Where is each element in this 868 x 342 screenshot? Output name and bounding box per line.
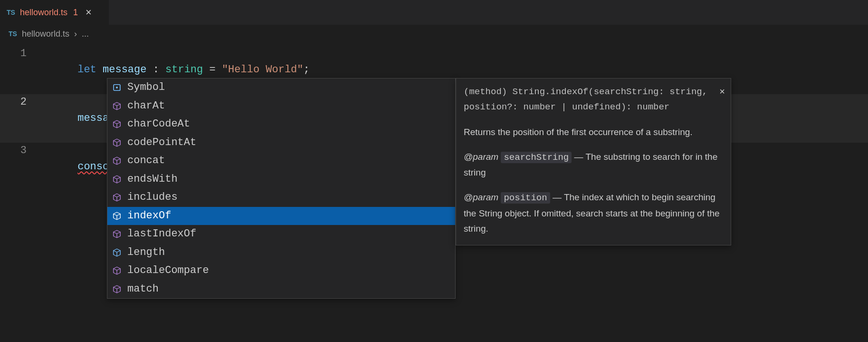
method-icon [112, 211, 122, 221]
param-name: position [501, 192, 550, 204]
suggest-item-endsWith[interactable]: endsWith [107, 170, 455, 189]
typescript-icon: TS [7, 9, 15, 16]
intellisense-detail: × (method) String.indexOf(searchString: … [456, 78, 731, 245]
suggest-item-codePointAt[interactable]: codePointAt [107, 134, 455, 152]
tab-bar: TS helloworld.ts 1 × [0, 0, 868, 25]
keyword-let: let [77, 64, 96, 76]
intellisense-suggest[interactable]: SymbolcharAtcharCodeAtcodePointAtconcate… [107, 78, 456, 299]
editor-tab[interactable]: TS helloworld.ts 1 × [0, 0, 109, 25]
suggest-item-Symbol[interactable]: Symbol [107, 78, 455, 97]
suggest-item-label: concat [127, 153, 165, 169]
breadcrumb-file[interactable]: helloworld.ts [22, 29, 69, 39]
suggest-item-localeCompare[interactable]: localeCompare [107, 262, 455, 280]
param-doc: @param searchString — The substring to s… [464, 149, 723, 181]
method-icon [112, 193, 122, 202]
line-number: 3 [0, 143, 40, 159]
close-icon[interactable]: × [86, 7, 92, 18]
value-icon [112, 83, 122, 92]
suggest-item-length[interactable]: length [107, 244, 455, 262]
punct: ; [304, 64, 310, 76]
identifier: message [103, 64, 146, 76]
method-icon [112, 156, 122, 166]
suggest-item-label: codePointAt [127, 135, 196, 151]
suggest-item-match[interactable]: match [107, 280, 455, 299]
suggest-item-label: charAt [127, 98, 165, 114]
suggest-item-label: localeCompare [127, 263, 209, 279]
method-icon [112, 175, 122, 184]
tab-problem-count: 1 [73, 8, 78, 18]
type-annotation: string [165, 64, 203, 76]
method-description: Returns the position of the first occurr… [464, 125, 723, 140]
svg-point-1 [116, 87, 118, 88]
chevron-right-icon: › [74, 29, 77, 39]
suggest-item-label: match [127, 282, 159, 297]
suggest-item-label: indexOf [127, 208, 171, 224]
typescript-icon: TS [9, 30, 17, 38]
method-icon [112, 266, 122, 275]
jsdoc-tag: @param [464, 192, 498, 202]
suggest-item-label: length [127, 245, 165, 261]
suggest-item-concat[interactable]: concat [107, 152, 455, 170]
breadcrumb[interactable]: TS helloworld.ts › ... [0, 25, 868, 43]
method-icon [112, 119, 122, 129]
param-doc: @param position — The index at which to … [464, 190, 723, 236]
sep: — [553, 192, 564, 202]
method-icon [112, 284, 122, 294]
sep: — [574, 152, 586, 162]
method-icon [112, 229, 122, 239]
method-icon [112, 138, 122, 147]
suggest-item-indexOf[interactable]: indexOf [107, 207, 455, 225]
suggest-item-lastIndexOf[interactable]: lastIndexOf [107, 225, 455, 244]
param-name: searchString [501, 152, 572, 163]
line-number: 2 [0, 94, 40, 110]
string-literal: "Hello World" [222, 64, 304, 76]
punct: = [203, 64, 222, 76]
close-icon[interactable]: × [719, 83, 725, 99]
suggest-item-label: Symbol [127, 80, 165, 96]
tab-filename: helloworld.ts [20, 8, 67, 18]
suggest-item-label: charCodeAt [127, 117, 190, 132]
line-number: 1 [0, 46, 40, 62]
field-icon [112, 248, 122, 257]
suggest-item-includes[interactable]: includes [107, 188, 455, 207]
suggest-item-label: endsWith [127, 172, 178, 187]
suggest-item-charCodeAt[interactable]: charCodeAt [107, 115, 455, 134]
suggest-item-charAt[interactable]: charAt [107, 97, 455, 116]
method-signature: (method) String.indexOf(searchString: st… [464, 84, 723, 115]
punct: : [146, 64, 165, 76]
jsdoc-tag: @param [464, 152, 498, 162]
breadcrumb-tail[interactable]: ... [82, 29, 89, 39]
suggest-item-label: includes [127, 190, 178, 205]
method-icon [112, 101, 122, 111]
suggest-item-label: lastIndexOf [127, 226, 196, 242]
